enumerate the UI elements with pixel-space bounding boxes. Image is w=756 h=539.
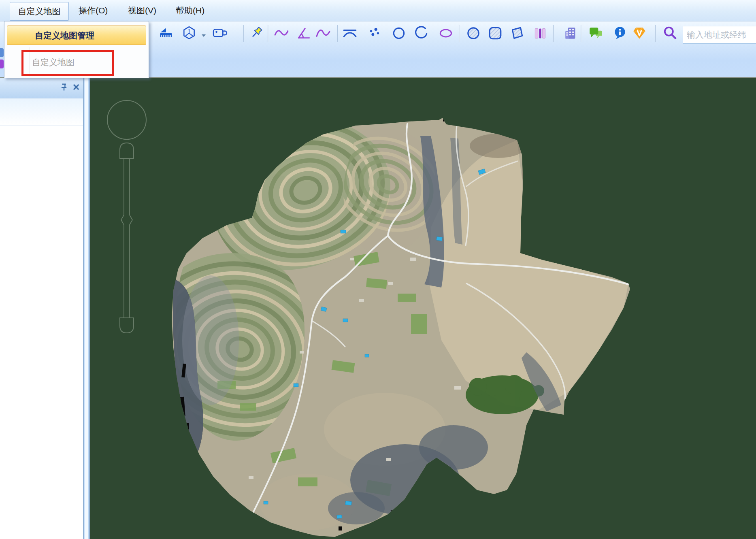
circle-icon[interactable] — [391, 26, 407, 41]
hatched-polygon-icon[interactable] — [509, 26, 524, 41]
arc-with-chord-icon[interactable] — [342, 26, 358, 41]
panel-splitter[interactable] — [83, 77, 90, 539]
menu-custom-map[interactable]: 自定义地图 — [10, 2, 69, 21]
menu-item-custom-map-management[interactable]: 自定义地图管理 — [7, 26, 146, 45]
red-annotation-rectangle — [21, 50, 114, 76]
toolbar-separator — [268, 25, 268, 42]
info-balloon-icon[interactable] — [612, 26, 628, 41]
spline-curve-icon[interactable] — [315, 26, 331, 41]
menu-help[interactable]: 帮助(H) — [173, 0, 207, 21]
open-arc-icon[interactable] — [414, 26, 429, 41]
toolbar-separator — [243, 25, 244, 42]
ellipse-icon[interactable] — [438, 26, 454, 41]
polyline-icon[interactable] — [274, 26, 289, 41]
toolbar-separator — [655, 25, 656, 42]
hidden-toolbar-icon-blue[interactable] — [0, 48, 4, 57]
address-search-box[interactable] — [683, 26, 756, 44]
hidden-toolbar-icon-purple[interactable] — [0, 60, 4, 68]
menu-operation[interactable]: 操作(O) — [76, 0, 110, 21]
multipoint-icon[interactable] — [367, 26, 382, 41]
pin-icon[interactable] — [60, 83, 68, 92]
side-panel — [0, 77, 83, 539]
hatched-circle-icon[interactable] — [466, 26, 481, 41]
toolbar-separator — [581, 25, 581, 42]
custom-map-dropdown-menu: 自定义地图管理 自定义地图 — [4, 21, 149, 78]
toolbar-separator — [553, 25, 554, 42]
menu-bar: 自定义地图 操作(O) 视图(V) 帮助(H) — [0, 0, 756, 21]
3d-building-icon[interactable] — [564, 26, 579, 41]
3d-axis-hexagon-icon[interactable] — [181, 26, 197, 41]
address-search-input[interactable] — [683, 26, 756, 43]
menu-view[interactable]: 视图(V) — [126, 0, 159, 21]
close-icon[interactable] — [72, 83, 81, 92]
pushpin-icon[interactable] — [249, 26, 264, 41]
chevron-down-icon[interactable] — [201, 32, 207, 39]
feedback-chat-icon[interactable] — [588, 26, 603, 41]
section-bars-icon[interactable] — [532, 26, 548, 41]
hatched-rounded-rect-icon[interactable] — [488, 26, 503, 41]
toolbar-separator — [337, 25, 338, 42]
search-magnifier-icon[interactable] — [662, 26, 678, 41]
map-viewport[interactable] — [90, 77, 756, 539]
side-panel-header — [0, 77, 83, 98]
vip-gem-icon[interactable] — [632, 26, 647, 41]
measure-ruler-icon[interactable] — [159, 26, 174, 41]
snapshot-camera-icon[interactable] — [212, 26, 228, 41]
side-panel-body — [0, 98, 83, 126]
toolbar-separator — [459, 25, 460, 42]
angle-measure-icon[interactable] — [296, 26, 311, 41]
